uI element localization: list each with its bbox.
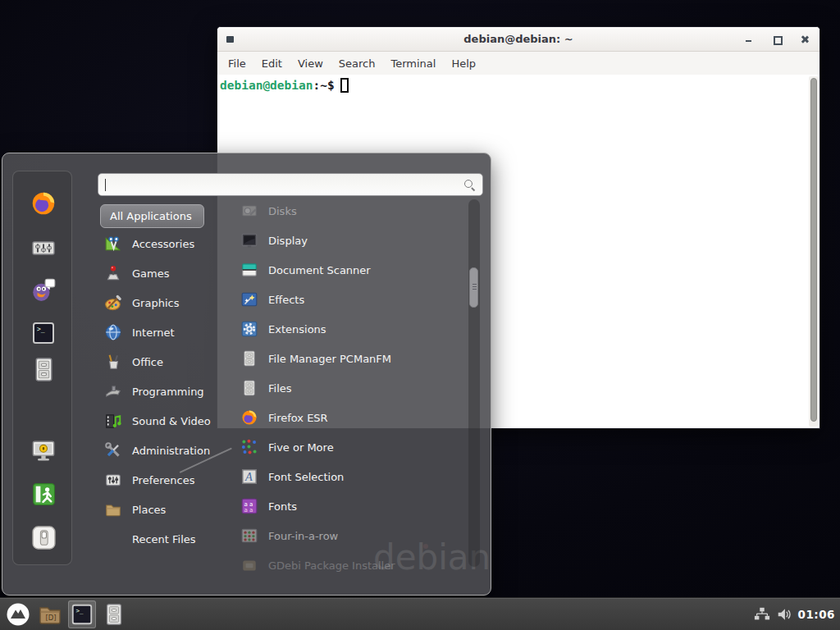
volume-icon[interactable] [776,606,792,623]
maximize-icon[interactable] [772,34,782,44]
minimize-icon[interactable] [744,34,754,44]
terminal-task-button[interactable] [68,600,96,628]
office-icon [104,353,122,371]
menu-edit[interactable]: Edit [262,57,282,70]
clock[interactable]: 01:06 [798,608,835,621]
app-label: Extensions [268,323,326,336]
fonts-icon: a a a a [240,497,258,515]
app-label: Effects [268,294,304,306]
app-label: Font Selection [268,471,344,483]
svg-text:A: A [244,470,253,483]
menu-search-box[interactable] [98,173,483,196]
firefox-icon [240,409,258,427]
svg-text:a a: a a [244,506,253,514]
effects-icon [240,290,258,308]
category-internet[interactable]: Internet [100,317,230,347]
category-recent-files[interactable]: Recent Files [100,524,230,554]
menu-view[interactable]: View [298,57,323,70]
favorites-column [12,171,72,565]
menu-scrollbar[interactable] [468,199,480,567]
category-administration[interactable]: Administration [100,436,230,465]
category-label: Office [132,356,163,368]
prompt-user-host: debian@debian [220,79,313,92]
app-fonts[interactable]: a a a a Fonts [232,491,468,521]
favorite-pidgin[interactable] [29,274,58,304]
app-label: Fonts [268,500,297,513]
files-launcher[interactable] [100,600,128,628]
administration-icon [104,441,122,459]
app-four-in-a-row[interactable]: Four-in-a-row [232,521,468,550]
font-selection-icon: A [240,468,258,486]
terminal-title: debian@debian: ~ [217,33,819,45]
category-programming[interactable]: Programming [100,377,230,406]
category-label: Programming [132,386,204,398]
favorite-mixer[interactable] [29,233,58,262]
close-icon[interactable] [800,34,810,44]
folder-icon: [D] [37,601,63,628]
internet-icon [104,323,122,341]
app-label: Firefox ESR [268,412,328,424]
favorite-firefox[interactable] [29,189,58,218]
category-sound-video[interactable]: Sound & Video [100,406,230,436]
category-label: Preferences [132,474,194,486]
file-manager-launcher[interactable]: [D] [36,600,64,628]
mixer-icon [30,235,57,261]
app-font-selection[interactable]: A Font Selection [232,462,468,491]
app-file-manager-pcmanfm[interactable]: File Manager PCManFM [232,344,468,373]
shutdown-button[interactable] [29,523,58,552]
menu-search[interactable]: Search [339,57,376,70]
app-firefox-esr[interactable]: Firefox ESR [232,403,468,432]
file-cabinet-icon [240,379,258,397]
category-office[interactable]: Office [100,347,230,377]
app-menu-button[interactable] [4,600,32,628]
app-five-or-more[interactable]: Five or More [232,432,468,462]
accessories-icon [104,235,122,253]
category-games[interactable]: Games [100,258,230,288]
lock-screen-button[interactable] [29,436,58,466]
category-label: Recent Files [132,533,196,546]
app-gdebi-package-installer[interactable]: GDebi Package Installer [232,550,468,573]
category-all-applications[interactable]: All Applications [100,204,204,228]
disks-icon [240,202,258,220]
app-extensions[interactable]: Extensions [232,314,468,344]
category-label: Accessories [132,238,194,250]
app-menu-icon [5,601,31,628]
gdebi-icon [240,556,258,573]
favorite-terminal[interactable] [29,318,58,348]
category-preferences[interactable]: Preferences [100,465,230,495]
app-label: Document Scanner [268,264,371,276]
window-controls [744,27,810,52]
document-scanner-icon [240,261,258,279]
menu-scrollbar-thumb[interactable] [469,267,478,308]
app-files[interactable]: Files [232,373,468,403]
terminal-scrollbar-thumb[interactable] [810,78,817,422]
app-effects[interactable]: Effects [232,285,468,314]
app-label: Five or More [268,441,334,454]
terminal-titlebar[interactable]: debian@debian: ~ [217,27,819,52]
app-label: Files [268,382,292,395]
terminal-scrollbar[interactable] [809,76,818,427]
terminal-prompt: debian@debian:~$ [220,78,349,93]
favorite-files[interactable] [29,354,58,384]
log-out-button[interactable] [29,479,58,509]
games-icon [104,264,122,282]
menu-file[interactable]: File [228,57,246,70]
places-icon [104,500,122,518]
app-disks[interactable]: Disks [232,196,468,226]
shutdown-icon [30,524,57,551]
app-document-scanner[interactable]: Document Scanner [232,255,468,285]
menu-help[interactable]: Help [451,57,476,70]
network-icon[interactable] [754,606,770,623]
prompt-path: :~$ [313,79,335,92]
file-cabinet-icon [30,356,57,383]
category-accessories[interactable]: Accessories [100,229,230,258]
category-graphics[interactable]: Graphics [100,288,230,317]
search-input[interactable] [105,176,458,193]
menu-terminal[interactable]: Terminal [390,57,436,70]
terminal-window-icon [226,36,234,43]
firefox-icon [30,189,57,217]
app-display[interactable]: Display [232,226,468,255]
category-places[interactable]: Places [100,495,230,524]
svg-text:[D]: [D] [46,613,57,621]
category-label: Graphics [132,297,179,309]
